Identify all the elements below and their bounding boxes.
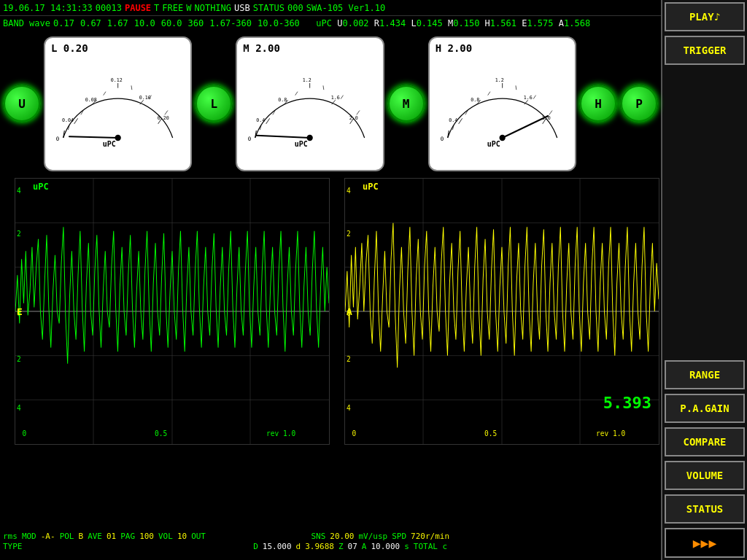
meter-l: L 0.20 0 0.04 0.08 0.12 [44, 36, 192, 171]
svg-text:4: 4 [17, 402, 21, 412]
volume-button[interactable]: VOLUME [665, 461, 745, 490]
status-val: 000 [287, 3, 303, 13]
z-label: Z [338, 542, 344, 551]
compare-button[interactable]: COMPARE [665, 427, 745, 456]
left-graph-upc: uPC [33, 182, 49, 192]
device-label: SWA-105 Ver1.10 [306, 3, 385, 13]
main-area: U L 0.20 0 0.04 0.08 0 [0, 31, 661, 560]
u-val: 0.002 [342, 18, 368, 28]
svg-text:rev 1.0: rev 1.0 [596, 428, 625, 438]
svg-text:0.12: 0.12 [111, 77, 123, 83]
svg-text:0.20: 0.20 [158, 114, 169, 120]
band-label: BAND wave [3, 18, 50, 28]
file-id: 00013 [96, 3, 122, 13]
ave-label: AVE [88, 532, 102, 541]
meter-m: M 2.00 0 0.4 0.8 1.2 1.6 [236, 36, 384, 171]
band-1: 0.67 [80, 18, 101, 28]
svg-text:uPC: uPC [295, 140, 308, 148]
w-val: NOTHING [194, 3, 231, 13]
p-button[interactable]: P [620, 85, 658, 122]
top-status-bar: 19.06.17 14:31:33 00013 PAUSE T FREE W N… [0, 0, 747, 16]
usb-label: USB [234, 3, 250, 13]
s-label: s [404, 542, 409, 551]
total-label: TOTAL c [414, 542, 447, 551]
a-letter: A [559, 18, 564, 28]
svg-text:2: 2 [17, 229, 21, 238]
svg-text:0: 0 [56, 136, 60, 142]
l-button[interactable]: L [195, 85, 233, 122]
right-panel: PLAY♪ TRIGGER RANGE P.A.GAIN COMPARE VOL… [661, 0, 747, 560]
type-label: TYPE [3, 542, 23, 551]
svg-text:2: 2 [17, 354, 21, 364]
svg-text:0.8: 0.8 [471, 97, 479, 103]
status-button[interactable]: STATUS [665, 494, 745, 524]
r-letter: R [374, 18, 379, 28]
h-button[interactable]: H [579, 85, 617, 122]
status-label: STATUS [253, 3, 285, 13]
svg-text:0.16: 0.16 [139, 94, 151, 100]
arrows-button[interactable]: ▶▶▶ [665, 528, 745, 558]
l-letter: L [411, 18, 416, 28]
m-val: 0.150 [453, 18, 479, 28]
svg-text:0.04: 0.04 [62, 117, 74, 123]
out-label: OUT [191, 532, 206, 541]
meter-l-svg: 0 0.04 0.08 0.12 0.16 0.20 [51, 55, 185, 166]
pa-gain-button[interactable]: P.A.GAIN [665, 394, 745, 423]
e-val: 1.575 [527, 18, 553, 28]
meter-h-title: H 2.00 [436, 42, 569, 54]
band-7: 10.0-360 [258, 18, 300, 28]
pag-val: 100 [139, 532, 154, 541]
pol-val: B [79, 532, 84, 541]
left-graph-label: E [17, 306, 23, 317]
left-graph-svg: 4 2 0 2 4 0 0.5 rev 1.0 [15, 179, 329, 444]
trigger-button[interactable]: TRIGGER [665, 36, 745, 65]
m-button[interactable]: M [387, 85, 425, 122]
m-letter: M [448, 18, 453, 28]
meter-h-svg: 0 0.4 0.8 1.2 1.6 2.0 [436, 55, 569, 166]
ave-val: 01 [107, 532, 116, 541]
meter-l-title: L 0.20 [51, 42, 185, 54]
svg-text:0: 0 [248, 136, 252, 142]
svg-text:2: 2 [347, 229, 351, 238]
e-letter: E [522, 18, 527, 28]
right-graph: uPC A 4 2 0 2 4 [344, 178, 659, 445]
band-3: 10.0 [134, 18, 155, 28]
vol-label: VOL [158, 532, 173, 541]
graphs-section: uPC E 4 2 0 2 4 [0, 176, 661, 446]
svg-text:uPC: uPC [487, 140, 500, 148]
svg-text:4: 4 [347, 402, 351, 412]
meter-m-title: M 2.00 [243, 42, 376, 54]
pause-label: PAUSE [125, 3, 151, 13]
right-graph-upc: uPC [363, 182, 379, 192]
w-label: W [186, 3, 191, 13]
svg-text:rev 1.0: rev 1.0 [266, 428, 295, 438]
t-val: FREE [162, 3, 183, 13]
svg-text:uPC: uPC [103, 140, 116, 148]
h-val: 1.561 [490, 18, 516, 28]
z-val: 07 [348, 542, 357, 551]
meters-section: U L 0.20 0 0.04 0.08 0 [0, 31, 661, 176]
svg-text:0: 0 [352, 428, 357, 438]
svg-text:0: 0 [440, 136, 444, 142]
svg-text:2.0: 2.0 [349, 114, 358, 120]
bottom-row-1: rms MOD -A- POL B AVE 01 PAG 100 VOL 10 … [3, 532, 658, 541]
band-4: 60.0 [161, 18, 182, 28]
band-row: BAND wave 0.17 0.67 1.67 10.0 60.0 360 1… [0, 16, 747, 31]
play-button[interactable]: PLAY♪ [665, 2, 745, 31]
sns-val: 20.00 [330, 532, 354, 541]
svg-text:1.2: 1.2 [303, 77, 311, 83]
svg-text:0: 0 [23, 428, 27, 438]
r-val: 1.434 [379, 18, 406, 28]
d-label: D [253, 542, 258, 551]
u-button[interactable]: U [3, 85, 41, 122]
mod-val: -A- [41, 532, 55, 541]
svg-text:2: 2 [347, 354, 351, 364]
vol-val: 10 [177, 532, 187, 541]
band-2: 1.67 [107, 18, 128, 28]
band-5: 360 [188, 18, 204, 28]
spd-val: 720r/min [411, 532, 449, 541]
band-6: 1.67-360 [209, 18, 252, 28]
bottom-bar: rms MOD -A- POL B AVE 01 PAG 100 VOL 10 … [0, 531, 661, 560]
meter-h: H 2.00 0 0.4 0.8 1.2 1.6 [428, 36, 576, 171]
range-button[interactable]: RANGE [665, 360, 745, 389]
